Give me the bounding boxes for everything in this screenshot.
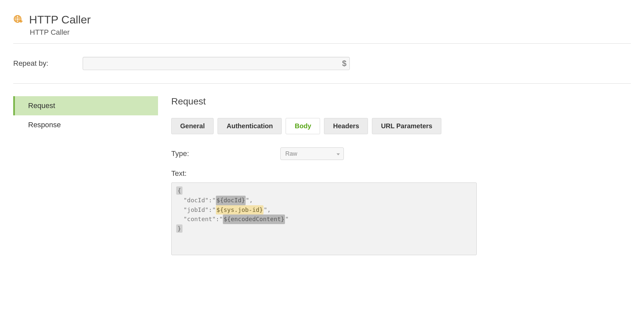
text-label: Text: [171, 169, 631, 178]
repeat-by-input[interactable] [83, 57, 350, 70]
page-title: HTTP Caller [29, 13, 91, 26]
body-text-editor[interactable]: { "docId":"${docId}", "jobId":"${sys.job… [171, 182, 477, 255]
page-subtitle: HTTP Caller [29, 28, 91, 37]
brace-close: } [176, 224, 182, 233]
repeat-by-input-wrap: $ [83, 57, 350, 70]
http-caller-icon [13, 13, 23, 26]
sidebar-item-label: Response [28, 121, 61, 129]
code-key: "docId":" [183, 197, 216, 204]
variable-chip-encodedcontent: ${encodedContent} [223, 215, 285, 224]
svg-rect-6 [20, 20, 21, 22]
type-label: Type: [171, 149, 270, 158]
tab-url-parameters[interactable]: URL Parameters [372, 118, 441, 134]
tab-body[interactable]: Body [286, 118, 320, 134]
page-root: HTTP Caller HTTP Caller Repeat by: $ Req… [0, 0, 644, 255]
sidebar-item-response[interactable]: Response [13, 115, 158, 135]
repeat-by-label: Repeat by: [13, 59, 73, 68]
code-tail: ", [246, 197, 253, 204]
sidebar-item-label: Request [28, 101, 55, 110]
code-tail: " [285, 216, 289, 222]
variable-picker-icon[interactable]: $ [342, 59, 346, 68]
tab-authentication[interactable]: Authentication [218, 118, 282, 134]
type-select[interactable]: Raw [280, 147, 344, 160]
repeat-by-row: Repeat by: $ [13, 44, 631, 84]
main-split: Request Response Request General Authent… [13, 84, 631, 255]
tabs: General Authentication Body Headers URL … [171, 118, 631, 134]
code-key: "content":" [183, 216, 223, 222]
code-key: "jobId":" [183, 206, 216, 213]
header-titles: HTTP Caller HTTP Caller [29, 13, 91, 37]
variable-chip-docid: ${docId} [216, 196, 246, 205]
type-select-wrap: Raw [280, 147, 344, 160]
code-tail: ", [263, 206, 271, 213]
variable-chip-sys-job-id: ${sys.job-id} [216, 205, 264, 215]
type-field-row: Type: Raw [171, 147, 631, 160]
section-title: Request [171, 96, 631, 107]
page-header: HTTP Caller HTTP Caller [13, 13, 631, 44]
brace-open: { [176, 186, 182, 195]
sidebar: Request Response [13, 96, 158, 255]
tab-headers[interactable]: Headers [324, 118, 368, 134]
content-panel: Request General Authentication Body Head… [171, 96, 631, 255]
sidebar-item-request[interactable]: Request [13, 96, 158, 115]
tab-general[interactable]: General [171, 118, 214, 134]
